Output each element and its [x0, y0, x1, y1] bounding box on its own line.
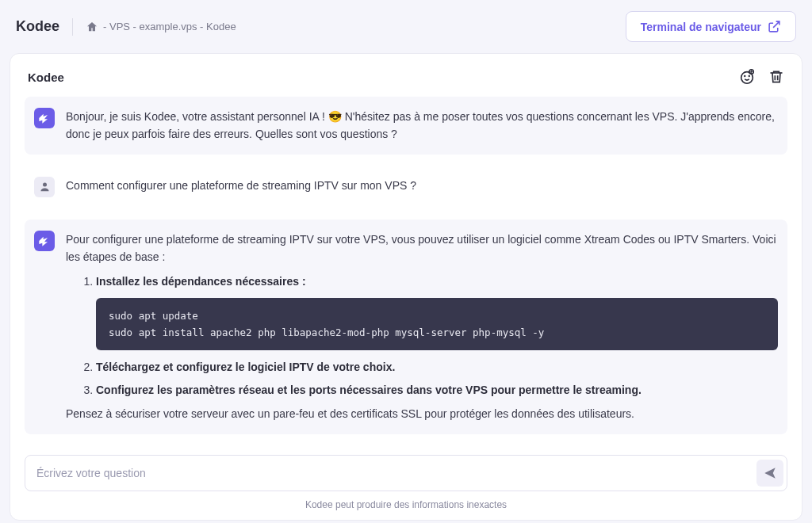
step-3-title: Configurez les paramètres réseau et les … [96, 384, 642, 396]
logo: Kodee [16, 18, 59, 35]
input-area: Kodee peut produire des informations ine… [25, 445, 787, 510]
send-icon [763, 466, 777, 480]
message-bot-answer: Pour configurer une plateforme de stream… [25, 220, 787, 434]
message-bot-intro: Bonjour, je suis Kodee, votre assistant … [25, 97, 787, 155]
svg-point-4 [43, 183, 47, 187]
user-icon [39, 181, 51, 193]
topbar: Kodee - VPS - example.vps - Kodee Termin… [0, 0, 812, 53]
input-row [25, 455, 787, 491]
chat-input[interactable] [36, 459, 756, 487]
svg-point-2 [749, 76, 749, 77]
feedback-button[interactable] [738, 68, 756, 86]
card-actions [738, 68, 784, 86]
step-1-title: Installez les dépendances nécessaires : [96, 275, 306, 288]
svg-point-1 [745, 76, 745, 77]
smiley-settings-icon [738, 68, 756, 86]
breadcrumb[interactable]: - VPS - example.vps - Kodee [86, 21, 236, 33]
divider [72, 18, 73, 36]
browser-terminal-button[interactable]: Terminal de navigateur [626, 11, 796, 42]
user-avatar [34, 177, 55, 197]
bot-answer-intro: Pour configurer une plateforme de stream… [66, 231, 778, 266]
bot-avatar-icon [38, 112, 51, 124]
terminal-button-label: Terminal de navigateur [641, 21, 761, 33]
bot-answer-content: Pour configurer une plateforme de stream… [66, 231, 778, 423]
card-header: Kodee [25, 68, 787, 97]
topbar-left: Kodee - VPS - example.vps - Kodee [16, 18, 236, 36]
chat-body: Bonjour, je suis Kodee, votre assistant … [25, 97, 787, 445]
step-1: Installez les dépendances nécessaires : … [96, 273, 778, 351]
bot-answer-footer: Pensez à sécuriser votre serveur avec un… [66, 405, 778, 422]
steps-list: Installez les dépendances nécessaires : … [66, 273, 778, 399]
bot-intro-content: Bonjour, je suis Kodee, votre assistant … [66, 108, 778, 143]
delete-button[interactable] [768, 69, 784, 85]
bot-avatar [34, 108, 55, 128]
code-block[interactable]: sudo apt update sudo apt install apache2… [96, 298, 778, 351]
step-2-title: Téléchargez et configurez le logiciel IP… [96, 361, 395, 373]
chat-card: Kodee Bonjour, je suis Kodee, votre assi… [10, 53, 802, 521]
home-icon [86, 21, 98, 33]
trash-icon [768, 69, 784, 85]
chat-title: Kodee [28, 71, 64, 84]
external-link-icon [768, 20, 781, 33]
step-2: Téléchargez et configurez le logiciel IP… [96, 358, 778, 376]
disclaimer: Kodee peut produire des informations ine… [25, 499, 787, 510]
user-question-text: Comment configurer une plateforme de str… [66, 177, 778, 197]
bot-avatar-icon [38, 235, 51, 247]
breadcrumb-text: - VPS - example.vps - Kodee [103, 21, 236, 32]
step-3: Configurez les paramètres réseau et les … [96, 381, 778, 399]
send-button[interactable] [756, 460, 783, 487]
bot-avatar [34, 231, 55, 251]
bot-intro-text: Bonjour, je suis Kodee, votre assistant … [66, 110, 775, 140]
message-user: Comment configurer une plateforme de str… [25, 166, 787, 208]
